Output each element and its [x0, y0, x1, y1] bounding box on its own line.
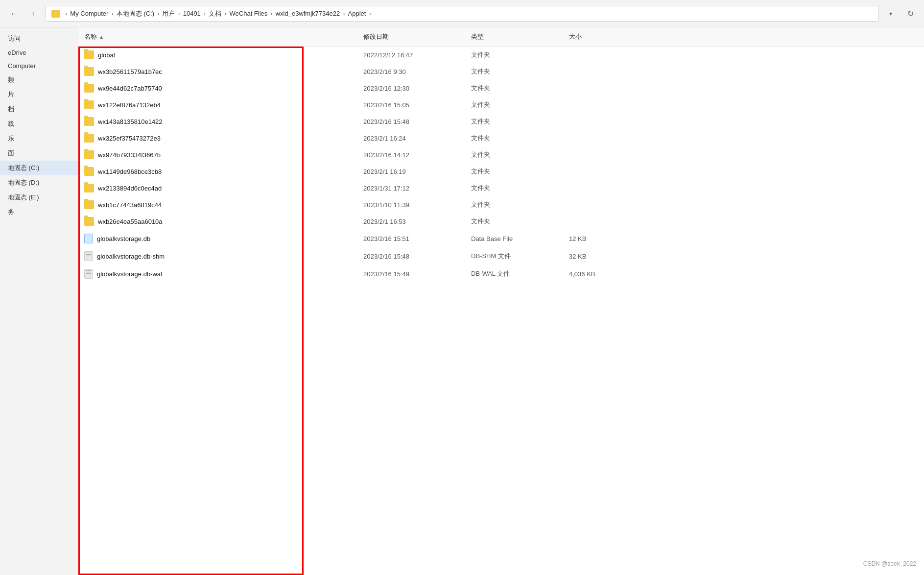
folder-icon [84, 117, 94, 126]
file-size [563, 185, 637, 191]
file-name: wx2133894d6c0ec4ad [98, 185, 162, 192]
db-icon [84, 234, 93, 243]
file-name: wxb1c77443a6819c44 [98, 201, 162, 209]
folder-icon [84, 134, 94, 143]
table-row[interactable]: wx2133894d6c0ec4ad 2023/1/31 17:12 文件夹 [78, 180, 924, 196]
breadcrumb-wechat-files[interactable]: WeChat Files [230, 10, 268, 17]
file-modified: 2023/2/1 16:53 [357, 215, 465, 228]
table-row[interactable]: wx974b793334f3667b 2023/2/16 14:12 文件夹 [78, 146, 924, 163]
col-header-size[interactable]: 大小 [563, 29, 637, 44]
file-type: 文件夹 [465, 197, 563, 212]
file-list-area: 名称 ▲ 修改日期 类型 大小 global [78, 27, 924, 575]
refresh-button[interactable]: ↻ [902, 6, 918, 22]
sidebar-item-network[interactable]: 务 [0, 205, 78, 219]
sidebar-item-music[interactable]: 乐 [0, 131, 78, 146]
file-name-cell: wx143a8135810e1422 [78, 114, 357, 129]
table-row[interactable]: wx122ef876a7132eb4 2023/2/16 15:05 文件夹 [78, 96, 924, 113]
table-row[interactable]: globalkvstorage.db-wal 2023/2/16 15:49 D… [78, 265, 924, 283]
table-row[interactable]: global 2022/12/12 16:47 文件夹 [78, 47, 924, 63]
file-name-cell: wx3b25611579a1b7ec [78, 64, 357, 79]
table-row[interactable]: wxb26e4ea55aa6010a 2023/2/1 16:53 文件夹 [78, 213, 924, 230]
sidebar-item-desktop[interactable]: 面 [0, 146, 78, 161]
file-name-cell: global [78, 48, 357, 62]
file-size [563, 168, 637, 174]
folder-icon [84, 217, 94, 226]
file-size [563, 152, 637, 158]
file-type: 文件夹 [465, 131, 563, 145]
file-name-cell: wx2133894d6c0ec4ad [78, 181, 357, 195]
file-name-cell: globalkvstorage.db-wal [78, 266, 357, 282]
breadcrumb-users[interactable]: 用户 [162, 9, 175, 18]
file-name: wx325ef375473272e3 [98, 135, 161, 142]
sidebar-item-c-drive[interactable]: 地固态 (C:) [0, 161, 78, 175]
file-type: 文件夹 [465, 181, 563, 195]
file-type: 文件夹 [465, 97, 563, 112]
table-row[interactable]: wx1149de968bce3cb8 2023/2/1 16:19 文件夹 [78, 163, 924, 180]
file-name-cell: wx325ef375473272e3 [78, 131, 357, 145]
table-row[interactable]: wx9e44d62c7ab75740 2023/2/16 12:30 文件夹 [78, 80, 924, 96]
breadcrumb-applet[interactable]: Applet [348, 10, 366, 17]
file-name-cell: wx9e44d62c7ab75740 [78, 81, 357, 96]
sidebar-item-quick-access[interactable]: 访问 [0, 31, 78, 46]
file-modified: 2023/2/16 9:30 [357, 65, 465, 78]
address-dropdown-button[interactable]: ▾ [883, 6, 899, 22]
file-size: 32 KB [563, 250, 637, 263]
sidebar-item-e-drive[interactable]: 地固态 (E:) [0, 190, 78, 205]
breadcrumb-c-drive[interactable]: 本地固态 (C:) [117, 9, 154, 18]
table-row[interactable]: wx143a8135810e1422 2023/2/16 15:48 文件夹 [78, 113, 924, 130]
folder-icon [84, 50, 94, 59]
file-modified: 2023/2/16 14:12 [357, 148, 465, 162]
col-header-modified[interactable]: 修改日期 [357, 29, 465, 44]
file-modified: 2023/2/16 15:48 [357, 115, 465, 128]
file-name: wx143a8135810e1422 [98, 118, 163, 125]
file-modified: 2023/2/16 15:51 [357, 232, 465, 245]
breadcrumb-wxid[interactable]: wxid_e3wfmjk7734e22 [276, 10, 340, 17]
file-type: DB-WAL 文件 [465, 266, 563, 281]
back-button[interactable]: ← [6, 6, 22, 22]
sidebar-item-edrive[interactable]: eDrive [0, 46, 78, 59]
col-header-name[interactable]: 名称 ▲ [78, 29, 357, 44]
sidebar-item-downloads[interactable]: 载 [0, 117, 78, 131]
sidebar-item-computer[interactable]: Computer [0, 59, 78, 72]
file-type: Data Base File [465, 232, 563, 245]
file-type: DB-SHM 文件 [465, 249, 563, 264]
sidebar-item-d-drive[interactable]: 地固态 (D:) [0, 175, 78, 190]
file-type: 文件夹 [465, 114, 563, 129]
file-modified: 2023/2/16 12:30 [357, 82, 465, 95]
file-icon [84, 251, 93, 261]
file-size: 4,036 KB [563, 267, 637, 281]
table-row[interactable]: wxb1c77443a6819c44 2023/1/10 11:39 文件夹 [78, 196, 924, 213]
sidebar-item-documents[interactable]: 档 [0, 102, 78, 117]
table-row[interactable]: wx3b25611579a1b7ec 2023/2/16 9:30 文件夹 [78, 63, 924, 80]
sidebar-item-pictures[interactable]: 片 [0, 87, 78, 102]
sidebar-item-video[interactable]: 频 [0, 72, 78, 87]
file-explorer-window: ← ↑ › My Computer › 本地固态 (C:) › 用户 › 104… [0, 0, 924, 575]
sort-arrow-name: ▲ [99, 34, 104, 40]
file-name: global [98, 51, 115, 59]
file-type: 文件夹 [465, 214, 563, 229]
up-button[interactable]: ↑ [25, 6, 41, 22]
file-name: wxb26e4ea55aa6010a [98, 218, 163, 225]
folder-icon [84, 84, 94, 93]
table-row[interactable]: wx325ef375473272e3 2023/2/1 16:24 文件夹 [78, 130, 924, 146]
breadcrumb-my-computer[interactable]: My Computer [70, 10, 108, 17]
file-name: globalkvstorage.db-wal [97, 270, 162, 278]
file-size [563, 202, 637, 208]
file-modified: 2023/2/1 16:19 [357, 165, 465, 178]
main-area: 访问 eDrive Computer 频 片 档 载 乐 面 地固态 (C:) … [0, 27, 924, 575]
file-modified: 2022/12/12 16:47 [357, 48, 465, 62]
table-row[interactable]: globalkvstorage.db-shm 2023/2/16 15:48 D… [78, 247, 924, 265]
file-size: 12 KB [563, 232, 637, 245]
file-size [563, 218, 637, 224]
file-size [563, 135, 637, 141]
file-name-cell: wxb1c77443a6819c44 [78, 197, 357, 212]
file-size [563, 52, 637, 58]
breadcrumb-10491[interactable]: 10491 [183, 10, 201, 17]
file-name-cell: wx1149de968bce3cb8 [78, 164, 357, 179]
file-name: globalkvstorage.db-shm [97, 253, 165, 260]
folder-icon [84, 167, 94, 176]
table-row[interactable]: globalkvstorage.db 2023/2/16 15:51 Data … [78, 230, 924, 247]
breadcrumb-documents[interactable]: 文档 [209, 9, 221, 18]
watermark: CSDN @seek_2022 [863, 560, 916, 567]
col-header-type[interactable]: 类型 [465, 29, 563, 44]
